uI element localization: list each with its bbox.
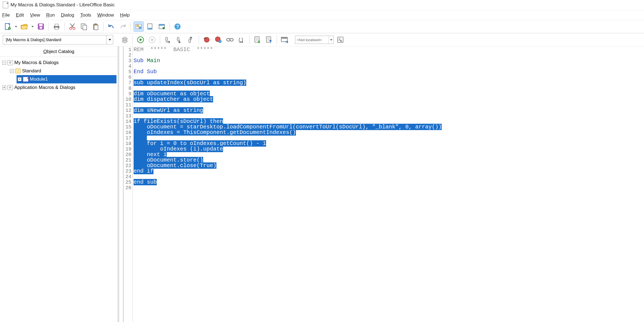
toolbar-separator xyxy=(64,22,65,31)
svg-text:?: ? xyxy=(176,24,179,29)
code-line[interactable] xyxy=(133,75,644,80)
menu-edit[interactable]: Edit xyxy=(16,12,24,18)
breakpoint-button[interactable] xyxy=(202,35,212,45)
tree-item-app-macros[interactable]: + Application Macros & Dialogs xyxy=(1,83,116,92)
code-line[interactable] xyxy=(133,113,644,119)
expand-icon[interactable]: + xyxy=(18,77,22,81)
tree-item-my-macros[interactable]: − My Macros & Dialogs xyxy=(1,59,116,67)
code-line[interactable] xyxy=(133,135,644,141)
code-line[interactable]: End Sub xyxy=(133,69,644,75)
save-source-button[interactable] xyxy=(264,35,274,45)
code-line[interactable]: Sub Main xyxy=(133,58,644,64)
collapse-icon[interactable]: − xyxy=(10,69,14,73)
import-dialog-button[interactable] xyxy=(280,35,290,45)
save-source-icon xyxy=(266,36,272,43)
code-line[interactable] xyxy=(133,102,644,108)
menu-file[interactable]: File xyxy=(2,12,10,18)
breakpoint-gutter[interactable] xyxy=(119,46,123,322)
code-editor[interactable]: 1234567891011121314151617181920212223242… xyxy=(119,46,644,322)
toolbar-separator xyxy=(169,22,170,31)
object-tree[interactable]: − My Macros & Dialogs − Standard + Modul… xyxy=(0,57,118,93)
window-title: My Macros & Dialogs.Standard - LibreOffi… xyxy=(10,2,115,8)
tree-item-standard[interactable]: − Standard xyxy=(9,67,116,75)
collapse-icon[interactable]: − xyxy=(2,61,6,65)
new-button[interactable]: + xyxy=(3,22,13,31)
open-dropdown[interactable] xyxy=(31,22,34,31)
svg-rect-24 xyxy=(159,24,165,26)
stop-button[interactable] xyxy=(147,35,157,45)
insert-source-button[interactable] xyxy=(252,35,262,45)
menu-run[interactable]: Run xyxy=(46,12,55,18)
step-out-button[interactable]: {} xyxy=(186,35,196,45)
code-line[interactable]: oDocument.store() xyxy=(133,157,644,163)
code-line[interactable]: end sub xyxy=(133,180,644,185)
locale-combo[interactable]: <Not localised> xyxy=(295,36,334,44)
toolbar-separator xyxy=(249,35,250,44)
new-dropdown[interactable] xyxy=(14,22,18,31)
run-button[interactable] xyxy=(136,35,145,45)
object-catalog-title: Object Catalog xyxy=(0,46,118,57)
copy-button[interactable] xyxy=(79,22,89,31)
compile-button[interactable] xyxy=(120,35,130,45)
code-line[interactable] xyxy=(133,86,644,91)
print-button[interactable] xyxy=(52,22,62,31)
copy-icon xyxy=(80,23,88,30)
menu-window[interactable]: Window xyxy=(97,12,114,18)
select-dialog-button[interactable] xyxy=(157,22,167,31)
code-area[interactable]: REM ***** BASIC *****Sub MainEnd Subsub … xyxy=(133,46,644,322)
code-line[interactable]: oDocument.close(True) xyxy=(133,163,644,168)
undo-icon xyxy=(108,23,115,30)
menu-view[interactable]: View xyxy=(30,12,40,18)
code-line[interactable]: for i = 0 to oIndexes.getCount() - 1 xyxy=(133,141,644,146)
find-parenthesis-button[interactable]: { } xyxy=(237,35,247,45)
library-combo[interactable]: [My Macros & Dialogs].Standard xyxy=(3,35,113,44)
braces-icon: { } xyxy=(238,36,245,43)
menu-help[interactable]: Help xyxy=(120,12,130,18)
code-line[interactable]: sub updateIndex(sDocUrl as string) xyxy=(133,80,644,86)
svg-rect-5 xyxy=(40,27,42,29)
code-line[interactable]: dim oDocument as object xyxy=(133,91,644,97)
code-line[interactable] xyxy=(133,174,644,180)
breakpoints-manage-icon xyxy=(215,36,222,43)
manage-language-button[interactable]: 文A xyxy=(335,35,345,45)
step-over-icon: {} xyxy=(164,36,171,43)
code-line[interactable]: oDocument = starDesktop.loadComponentFro… xyxy=(133,124,644,130)
open-button[interactable] xyxy=(19,22,29,31)
help-icon: ? xyxy=(174,23,181,30)
redo-button[interactable] xyxy=(118,22,128,31)
tree-item-module1[interactable]: + Module1 xyxy=(17,75,116,83)
code-line[interactable] xyxy=(133,52,644,58)
undo-button[interactable] xyxy=(106,22,116,31)
object-catalog-panel: Object Catalog − My Macros & Dialogs − S… xyxy=(0,46,119,322)
code-line[interactable]: next i xyxy=(133,152,644,157)
manage-breakpoints-button[interactable] xyxy=(213,35,223,45)
library-combo-dropdown[interactable] xyxy=(106,35,113,44)
cut-button[interactable] xyxy=(67,22,77,31)
paste-button[interactable] xyxy=(91,22,100,31)
object-catalog-button[interactable] xyxy=(134,22,144,31)
library-icon xyxy=(15,68,21,73)
code-line[interactable] xyxy=(133,64,644,69)
code-line[interactable]: dim sNewUrl as string xyxy=(133,108,644,113)
code-line[interactable]: REM ***** BASIC ***** xyxy=(133,47,644,52)
step-into-button[interactable]: {} xyxy=(174,35,184,45)
code-line[interactable] xyxy=(133,185,644,191)
svg-text:A: A xyxy=(340,39,342,43)
tree-label: Standard xyxy=(22,68,41,74)
select-module-button[interactable] xyxy=(145,22,155,31)
code-line[interactable]: oIndexes (i).update xyxy=(133,146,644,152)
code-line[interactable]: end if xyxy=(133,168,644,174)
menu-dialog[interactable]: Dialog xyxy=(61,12,74,18)
watch-button[interactable] xyxy=(225,35,235,45)
help-button[interactable]: ? xyxy=(173,22,182,31)
code-line[interactable]: oIndexes = ThisComponent.getDocumentInde… xyxy=(133,130,644,135)
tree-label: Module1 xyxy=(30,76,48,82)
save-button[interactable] xyxy=(36,22,46,31)
menu-tools[interactable]: Tools xyxy=(80,12,91,18)
step-over-button[interactable]: {} xyxy=(163,35,173,45)
module-icon xyxy=(23,77,28,82)
expand-icon[interactable]: + xyxy=(2,86,6,89)
code-line[interactable]: dim dispatcher as object xyxy=(133,97,644,102)
locale-dropdown[interactable] xyxy=(328,36,333,44)
code-line[interactable]: if fileExists(sDocUrl) then xyxy=(133,119,644,124)
